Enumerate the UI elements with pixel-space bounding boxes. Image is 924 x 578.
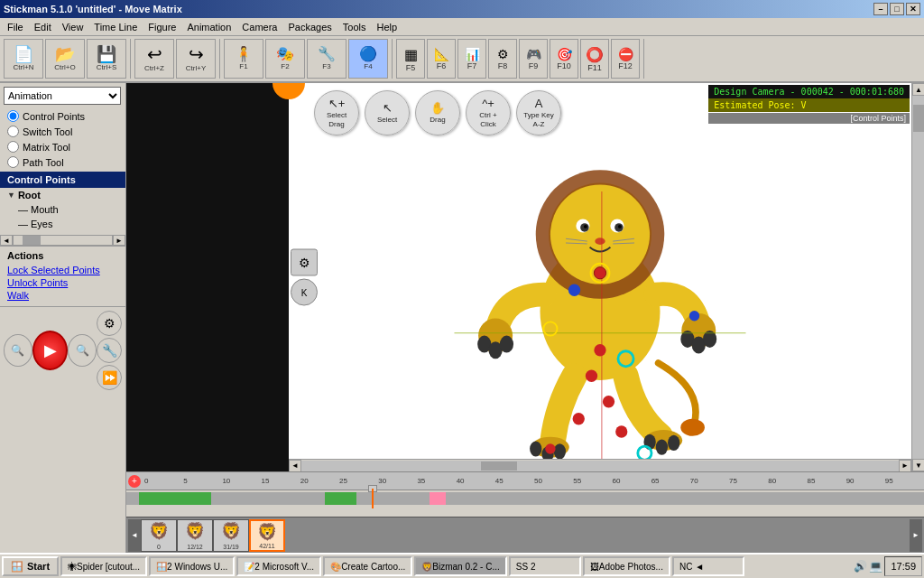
taskbar-s2[interactable]: S S 2 (509, 556, 581, 576)
menu-view[interactable]: View (57, 20, 89, 34)
taskbar-bizman[interactable]: 🦁 Bizman 0.2 - C... (414, 556, 506, 576)
toolbar-f9-button[interactable]: 🎮 F9 (519, 39, 548, 79)
select-tool[interactable]: ↖ Select (365, 90, 410, 135)
forward-button[interactable]: ⏩ (97, 365, 122, 390)
canvas-scroll-left[interactable]: ◄ (289, 460, 301, 472)
anim-frame-2[interactable]: 🦁 31/19 (213, 519, 249, 552)
matrix-tool-radio[interactable] (7, 141, 19, 153)
svg-point-26 (554, 443, 566, 459)
drag-tool[interactable]: ✋ Drag (415, 90, 460, 135)
zoom-in-button[interactable]: 🔍 (68, 334, 97, 367)
walk-link[interactable]: Walk (7, 290, 118, 301)
toolbar-f5-button[interactable]: ▦ F5 (396, 39, 425, 79)
menu-camera[interactable]: Camera (236, 20, 282, 34)
toolbar-f12-button[interactable]: ⛔ F12 (611, 39, 640, 79)
animation-dropdown[interactable]: Animation (4, 87, 121, 105)
lock-points-link[interactable]: Lock Selected Points (7, 265, 118, 275)
anim-frame-3[interactable]: 🦁 42/11 (249, 519, 285, 552)
menu-figure[interactable]: Figure (143, 20, 181, 34)
anim-strip-scroll-left[interactable]: ◄ (128, 519, 141, 552)
toolbar-f1-button[interactable]: 🧍 F1 (224, 39, 263, 79)
maximize-button[interactable]: □ (890, 3, 904, 15)
toolbar-f3-button[interactable]: 🔧 F3 (307, 39, 346, 79)
menu-timeline[interactable]: Time Line (88, 20, 143, 34)
tl-num-85: 85 (807, 477, 845, 485)
zoom-out-button[interactable]: 🔍 (4, 334, 32, 367)
tree-dash-icon: — (18, 204, 28, 215)
toolbar-f2-button[interactable]: 🎭 F2 (265, 39, 305, 79)
save-icon: 💾 (97, 46, 116, 62)
toolbar-f10-button[interactable]: 🎯 F10 (550, 39, 578, 79)
tl-num-70: 70 (690, 477, 729, 485)
scroll-left-button[interactable]: ◄ (0, 235, 13, 246)
taskbar-adobe[interactable]: 🖼 Adobe Photos... (583, 556, 670, 576)
taskbar-nc[interactable]: NC ◄ (672, 556, 744, 576)
menu-packages[interactable]: Packages (282, 20, 337, 34)
menu-help[interactable]: Help (371, 20, 402, 34)
tool-option-path-tool[interactable]: Path Tool (0, 154, 125, 170)
undo-icon: ↩ (147, 45, 162, 63)
drag-label: Drag (430, 116, 445, 125)
tool-option-matrix-tool[interactable]: Matrix Tool (0, 139, 125, 154)
anim-frame-0[interactable]: 🦁 0 (141, 519, 177, 552)
anim-strip-scroll-right[interactable]: ► (910, 519, 922, 552)
timeline-track-row[interactable] (126, 492, 924, 505)
switch-tool-radio[interactable] (7, 126, 19, 137)
taskbar-windows-u[interactable]: 🪟 2 Windows U... (149, 556, 235, 576)
zoom-in-icon: 🔍 (76, 344, 89, 357)
anim-frame-1[interactable]: 🦁 12/12 (177, 519, 213, 552)
tree-item-root[interactable]: ▼ Root (0, 188, 125, 202)
settings-icon: ⚙ (104, 316, 116, 331)
settings-button[interactable]: ⚙ (97, 311, 122, 336)
f11-label: F11 (587, 63, 602, 72)
toolbar-undo-button[interactable]: ↩ Ctrl+Z (134, 39, 174, 79)
mini-btn-2[interactable]: K (291, 279, 318, 306)
path-tool-radio[interactable] (7, 156, 19, 168)
svg-point-41 (568, 284, 580, 296)
ctrl-click-tool[interactable]: ^+ Ctrl +Click (466, 90, 511, 135)
select-drag-tool[interactable]: ↖+ SelectDrag (314, 90, 359, 135)
play-button[interactable]: ▶ (32, 331, 68, 370)
canvas-scroll-right[interactable]: ► (899, 460, 911, 472)
minimize-button[interactable]: – (873, 3, 888, 15)
scroll-up-button[interactable]: ▲ (912, 83, 924, 96)
toolbar-new-button[interactable]: 📄 Ctrl+N (4, 39, 43, 79)
toolbar-f7-button[interactable]: 📊 F7 (457, 39, 486, 79)
menu-edit[interactable]: Edit (29, 20, 57, 34)
white-canvas[interactable]: Design Camera - 000042 - 000:01:680 Esti… (289, 83, 911, 471)
frame-2-img: 🦁 (221, 521, 241, 541)
start-button[interactable]: 🪟 Start (2, 556, 59, 576)
tool-option-switch-tool[interactable]: Switch Tool (0, 124, 125, 139)
strip-left-arrow: ◄ (131, 531, 138, 539)
taskbar-microsoft-v[interactable]: 📝 2 Microsoft V... (236, 556, 321, 576)
wrench-button[interactable]: 🔧 (97, 338, 122, 363)
toolbar-f6-button[interactable]: 📐 F6 (427, 39, 456, 79)
close-button[interactable]: ✕ (906, 3, 920, 15)
tree-item-mouth[interactable]: — Mouth (0, 202, 125, 217)
tree-item-eyes[interactable]: — Eyes (0, 217, 125, 231)
taskbar-create-cartoon[interactable]: 🎨 Create Cartoo... (323, 556, 412, 576)
svg-point-9 (618, 225, 622, 228)
menu-tools[interactable]: Tools (337, 20, 372, 34)
toolbar-save-button[interactable]: 💾 Ctrl+S (87, 39, 126, 79)
mini-btn-1[interactable]: ⚙ (291, 249, 318, 276)
control-points-radio[interactable] (7, 110, 19, 122)
scroll-right-button[interactable]: ► (113, 235, 125, 246)
toolbar-f11-button[interactable]: ⭕ F11 (580, 39, 609, 79)
tool-option-control-points[interactable]: Control Points (0, 108, 125, 124)
f9-label: F9 (529, 61, 539, 70)
unlock-points-link[interactable]: Unlock Points (7, 277, 118, 288)
toolbar-open-button[interactable]: 📂 Ctrl+O (45, 39, 85, 79)
menu-file[interactable]: File (2, 20, 29, 34)
s2-icon: S (516, 562, 522, 572)
left-panel: Animation Control Points Switch Tool Mat… (0, 83, 126, 553)
timeline-add-button[interactable]: + (128, 475, 141, 488)
type-key-tool[interactable]: A Type KeyA-Z (516, 90, 561, 135)
toolbar-f4-button[interactable]: 🔵 F4 (348, 39, 388, 79)
taskbar-spider[interactable]: 🕷 Spider [cutout... (60, 556, 147, 576)
menu-animation[interactable]: Animation (181, 20, 236, 34)
toolbar-new-label: Ctrl+N (14, 63, 34, 71)
toolbar-f8-button[interactable]: ⚙ F8 (488, 39, 517, 79)
scroll-down-button[interactable]: ▼ (912, 459, 924, 471)
toolbar-redo-button[interactable]: ↪ Ctrl+Y (176, 39, 216, 79)
